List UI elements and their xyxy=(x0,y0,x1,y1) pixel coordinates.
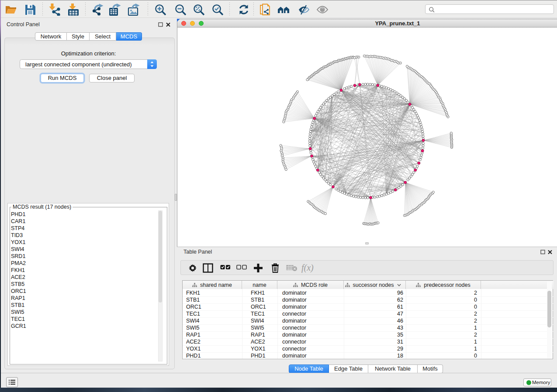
svg-text:f(x): f(x) xyxy=(301,263,314,273)
